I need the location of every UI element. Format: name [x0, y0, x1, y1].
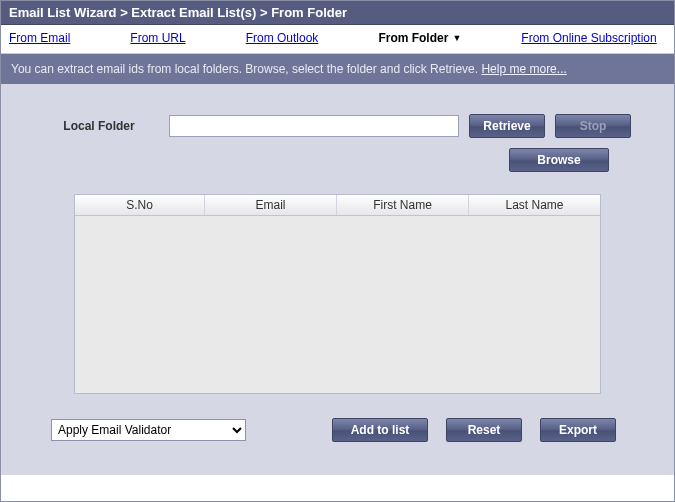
chevron-down-icon: ▼: [452, 34, 461, 43]
app-window: Email List Wizard > Extract Email List(s…: [0, 0, 675, 502]
col-first-name[interactable]: First Name: [337, 195, 469, 215]
local-folder-row: Local Folder Retrieve Stop: [9, 114, 666, 138]
validator-select[interactable]: Apply Email Validator: [51, 419, 246, 441]
add-to-list-button[interactable]: Add to list: [332, 418, 428, 442]
retrieve-button[interactable]: Retrieve: [469, 114, 545, 138]
info-bar: You can extract email ids from local fol…: [1, 54, 674, 84]
stop-button[interactable]: Stop: [555, 114, 631, 138]
col-last-name[interactable]: Last Name: [469, 195, 600, 215]
col-email[interactable]: Email: [205, 195, 337, 215]
tab-from-url[interactable]: From URL: [124, 29, 191, 47]
tab-from-outlook[interactable]: From Outlook: [240, 29, 325, 47]
tab-from-email[interactable]: From Email: [3, 29, 76, 47]
info-text: You can extract email ids from local fol…: [11, 62, 481, 76]
browse-row: Browse: [9, 148, 666, 172]
local-folder-label: Local Folder: [39, 119, 159, 133]
action-row: Apply Email Validator Add to list Reset …: [51, 418, 666, 442]
tab-from-folder[interactable]: From Folder ▼: [372, 29, 467, 47]
export-button[interactable]: Export: [540, 418, 616, 442]
breadcrumb-title: Email List Wizard > Extract Email List(s…: [1, 1, 674, 25]
results-table: S.No Email First Name Last Name: [74, 194, 601, 394]
footer-space: [1, 475, 674, 501]
table-header-row: S.No Email First Name Last Name: [75, 195, 600, 216]
browse-button[interactable]: Browse: [509, 148, 609, 172]
reset-button[interactable]: Reset: [446, 418, 522, 442]
local-folder-input[interactable]: [169, 115, 459, 137]
tab-from-online-subscription[interactable]: From Online Subscription: [515, 29, 662, 47]
table-body: [75, 216, 600, 391]
help-link[interactable]: Help me more...: [481, 62, 566, 76]
tab-bar: From Email From URL From Outlook From Fo…: [1, 25, 674, 54]
body-area: Local Folder Retrieve Stop Browse S.No E…: [1, 84, 674, 475]
tab-from-folder-label: From Folder: [378, 31, 448, 45]
col-sno[interactable]: S.No: [75, 195, 205, 215]
